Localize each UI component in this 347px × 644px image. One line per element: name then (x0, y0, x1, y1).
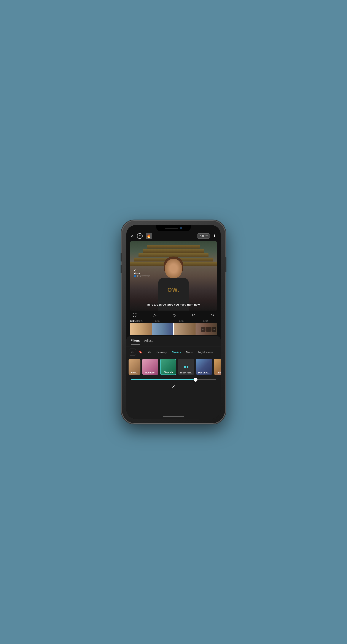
filter-label-blackpant: Black Pant. (178, 372, 194, 374)
quality-selector[interactable]: 720P ▾ (197, 234, 210, 238)
time-indicators: 00:01 / 00:28 00:00 00:02 00:04 (126, 320, 220, 322)
filter-label-budapest: Budapest (142, 372, 158, 374)
speaker (165, 228, 178, 229)
timeline-icon-2: □ (206, 327, 211, 332)
category-life[interactable]: Life (144, 350, 154, 355)
timeline-icon-1: □ (201, 327, 206, 332)
timeline: 00:01 / 00:28 00:00 00:02 00:04 (126, 320, 220, 336)
filter-label-dontlook: Don't Loo... (196, 372, 212, 374)
confirm-button[interactable]: ✓ (172, 384, 176, 390)
filter-item-flipped[interactable]: Flipped (214, 359, 220, 375)
marker-0: 00:00 (155, 320, 160, 322)
dot-2 (187, 366, 188, 368)
time-markers: 00:00 00:02 00:04 (146, 320, 217, 322)
timeline-track[interactable]: □ □ □ (130, 323, 217, 335)
filter-intensity-slider[interactable] (126, 377, 220, 382)
track-segment-2 (152, 323, 174, 335)
person-subject (152, 254, 195, 310)
screen-content: ✕ ? 🔥 720P ▾ ⬆ (126, 225, 220, 419)
video-preview[interactable]: ♪ TikTok 👤 @aopremiumapk OW. here are th… (130, 242, 217, 310)
redo-button[interactable]: ↪ (211, 313, 214, 318)
export-button[interactable]: ⬆ (213, 234, 216, 238)
filters-tabs: Filters Adjust (126, 336, 220, 346)
play-button[interactable]: ▷ (153, 312, 156, 318)
timeline-icons: □ □ □ (201, 327, 216, 332)
black-pant-dots (184, 366, 188, 368)
filter-item-heim[interactable]: Heim... (128, 359, 140, 375)
confirm-area: ✓ (126, 382, 220, 393)
current-time: 00:01 (130, 320, 136, 322)
help-button[interactable]: ? (137, 233, 142, 239)
volume-down-button[interactable] (120, 265, 122, 274)
category-night-scene[interactable]: Night scene (196, 350, 215, 355)
quality-label: 720P (200, 234, 206, 238)
effects-button[interactable]: ◇ (173, 313, 176, 318)
fire-button[interactable]: 🔥 (146, 233, 152, 239)
filter-thumb-flipped: Flipped (214, 359, 220, 375)
notch (156, 225, 191, 231)
filter-thumb-dontlook: Don't Loo... (196, 359, 212, 375)
phone-shell: ✕ ? 🔥 720P ▾ ⬆ (122, 220, 225, 424)
video-subtitle: here are three apps you need right now (130, 303, 217, 307)
marker-2: 00:04 (203, 320, 208, 322)
phone-screen: ✕ ? 🔥 720P ▾ ⬆ (126, 225, 220, 419)
header-left: ✕ ? 🔥 (131, 233, 152, 239)
tiktok-brand: TikTok (134, 272, 150, 274)
total-time: 00:28 (137, 320, 143, 322)
filter-label-dispatch: Dispatch (160, 371, 176, 374)
quality-dropdown-icon: ▾ (206, 234, 208, 238)
playback-controls: ⛶ ▷ ◇ ↩ ↪ (126, 310, 220, 320)
tiktok-logo: ♪ (134, 267, 150, 272)
filter-item-blackpant[interactable]: Black Pant. (178, 359, 194, 375)
phone-device: ✕ ? 🔥 720P ▾ ⬆ (122, 220, 225, 424)
close-button[interactable]: ✕ (131, 234, 134, 238)
header-right: 720P ▾ ⬆ (197, 234, 216, 238)
undo-button[interactable]: ↩ (192, 313, 195, 318)
video-background: ♪ TikTok 👤 @aopremiumapk OW. here are th… (130, 242, 217, 310)
filter-item-budapest[interactable]: Budapest (142, 359, 158, 375)
timeline-icon-3: □ (212, 327, 216, 332)
filter-label-heim: Heim... (128, 372, 140, 374)
filter-thumb-budapest: Budapest (142, 359, 158, 375)
power-button[interactable] (225, 257, 226, 272)
filter-thumbnails: Heim... Budapest (126, 358, 220, 377)
bookmarks-button[interactable]: 🔖 (137, 348, 144, 356)
filter-thumb-heim: Heim... (128, 359, 140, 375)
slider-track (131, 379, 216, 380)
filter-label-flipped: Flipped (214, 372, 220, 374)
track-segment-3 (174, 323, 196, 335)
filter-thumb-blackpant: Black Pant. (178, 359, 194, 375)
front-camera (180, 227, 182, 229)
volume-up-button[interactable] (120, 253, 122, 262)
home-indicator[interactable] (163, 416, 184, 417)
track-segment-1 (130, 323, 152, 335)
shirt-text: OW. (168, 286, 180, 293)
person-head (165, 259, 182, 278)
tiktok-watermark: ♪ TikTok 👤 @aopremiumapk (134, 267, 150, 277)
tiktok-username: 👤 @aopremiumapk (134, 275, 150, 277)
filters-panel: Filters Adjust ⊘ 🔖 Life Scenery Movies M… (126, 336, 220, 419)
marker-1: 00:02 (179, 320, 184, 322)
no-filter-button[interactable]: ⊘ (129, 348, 136, 356)
fullscreen-button[interactable]: ⛶ (133, 313, 137, 318)
time-separator: / (136, 320, 137, 322)
category-scenery[interactable]: Scenery (154, 350, 169, 355)
playhead[interactable] (173, 323, 174, 335)
filter-item-dontlook[interactable]: Don't Loo... (196, 359, 212, 375)
filter-categories: ⊘ 🔖 Life Scenery Movies Mono Night scene (126, 346, 220, 358)
tab-filters[interactable]: Filters (131, 339, 140, 344)
tab-adjust[interactable]: Adjust (144, 339, 152, 344)
category-mono[interactable]: Mono (184, 350, 195, 355)
slider-thumb[interactable] (194, 378, 198, 382)
filter-item-dispatch[interactable]: Dispatch (160, 359, 176, 375)
category-movies[interactable]: Movies (170, 350, 183, 355)
dot-1 (184, 366, 186, 368)
filter-thumb-dispatch: Dispatch (160, 359, 176, 375)
